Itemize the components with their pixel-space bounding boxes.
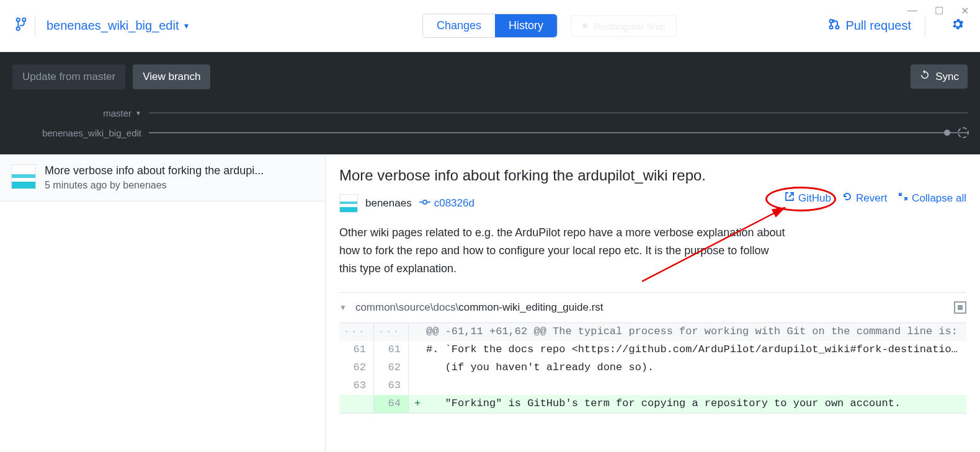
branch-name-label: benenaes_wiki_big_edit: [47, 19, 179, 33]
divider: [35, 15, 35, 37]
svg-point-6: [423, 200, 427, 204]
diff-line: 63 63: [339, 377, 966, 395]
revert-label: Revert: [856, 192, 887, 205]
tab-changes[interactable]: Changes: [423, 14, 495, 37]
commit-list-item[interactable]: More verbose info about forking the ardu…: [0, 154, 325, 202]
commit-title: More verbose info about forking the ardu…: [45, 164, 314, 177]
diff-line-added: 64 + "Forking" is GitHub's term for copy…: [339, 395, 966, 413]
collapse-icon: [898, 192, 908, 205]
collapse-label: Collapse all: [912, 192, 966, 205]
timeline-line-branch: [149, 132, 968, 133]
pull-request-label: Pull request: [845, 19, 911, 33]
avatar: [339, 194, 358, 213]
svg-point-2: [17, 27, 20, 30]
branch-toolbar: Update from master View branch Sync mast…: [0, 52, 980, 154]
settings-button[interactable]: [950, 17, 965, 35]
app-header: benenaes_wiki_big_edit ▼ Changes History…: [0, 0, 980, 52]
timeline-branch-label: benenaes_wiki_big_edit: [12, 128, 149, 138]
avatar: [11, 164, 36, 189]
file-viewed-checkbox[interactable]: [954, 301, 966, 314]
chevron-down-icon: ▼: [135, 110, 141, 117]
commit-detail: More verbose info about forking the ardu…: [326, 154, 980, 452]
pull-request-button[interactable]: Pull request: [828, 18, 911, 33]
undo-icon: [842, 192, 852, 205]
update-from-master-button[interactable]: Update from master: [12, 64, 125, 89]
dot-icon: [958, 305, 963, 310]
github-link[interactable]: GitHub: [785, 192, 831, 205]
commit-sha-link[interactable]: c08326d: [419, 197, 474, 210]
branch-icon: [15, 17, 27, 35]
commit-actions: GitHub Revert Collapse all: [785, 192, 966, 205]
file-path: common\source\docs\common-wiki_editing_g…: [355, 301, 604, 314]
pull-request-icon: [828, 18, 840, 33]
commit-author: benenaes: [365, 197, 412, 210]
diff-hunk-header: ······ @@ -61,11 +61,62 @@ The typical p…: [339, 323, 966, 341]
commit-list: More verbose info about forking the ardu…: [0, 154, 326, 452]
external-link-icon: [785, 192, 795, 205]
snip-label: Rectangular Snip: [594, 20, 665, 31]
view-tabs: Changes History: [422, 14, 558, 38]
chevron-down-icon: ▼: [183, 22, 190, 30]
record-dot-icon: [582, 24, 587, 29]
diff-line: 62 62 (if you haven't already done so).: [339, 359, 966, 377]
timeline-line-master: [149, 112, 968, 113]
diff-line: 61 61 #. `Fork the docs repo <https://gi…: [339, 341, 966, 359]
revert-button[interactable]: Revert: [842, 192, 887, 205]
branch-selector[interactable]: benenaes_wiki_big_edit ▼: [47, 19, 190, 33]
tab-history[interactable]: History: [495, 14, 557, 37]
sync-button[interactable]: Sync: [911, 64, 968, 89]
view-branch-button[interactable]: View branch: [133, 64, 210, 89]
github-label: GitHub: [798, 192, 831, 205]
commit-sha: c08326d: [434, 197, 474, 210]
collapse-all-button[interactable]: Collapse all: [898, 192, 966, 205]
commit-dot-icon: [944, 130, 950, 136]
svg-point-4: [830, 26, 833, 29]
content-area: More verbose info about forking the ardu…: [0, 154, 980, 452]
commit-message-body: Other wiki pages related to e.g. the Ard…: [339, 224, 786, 277]
svg-point-5: [836, 26, 839, 29]
chevron-down-icon: ▼: [339, 303, 347, 312]
commit-meta: 5 minutes ago by benenaes: [45, 180, 314, 191]
svg-point-0: [17, 18, 20, 21]
timeline-master-label[interactable]: master ▼: [12, 108, 149, 118]
sync-label: Sync: [935, 71, 959, 83]
svg-point-1: [22, 18, 25, 21]
divider: [925, 15, 925, 37]
branch-timeline: master ▼ benenaes_wiki_big_edit: [12, 103, 968, 143]
head-ring-icon: [958, 127, 969, 138]
sync-icon: [919, 69, 930, 84]
file-header[interactable]: ▼ common\source\docs\common-wiki_editing…: [339, 292, 966, 322]
commit-icon: [419, 197, 430, 210]
diff-view: ······ @@ -61,11 +61,62 @@ The typical p…: [339, 322, 966, 413]
commit-detail-title: More verbose info about forking the ardu…: [339, 167, 966, 184]
snip-overlay: Rectangular Snip: [571, 15, 677, 37]
